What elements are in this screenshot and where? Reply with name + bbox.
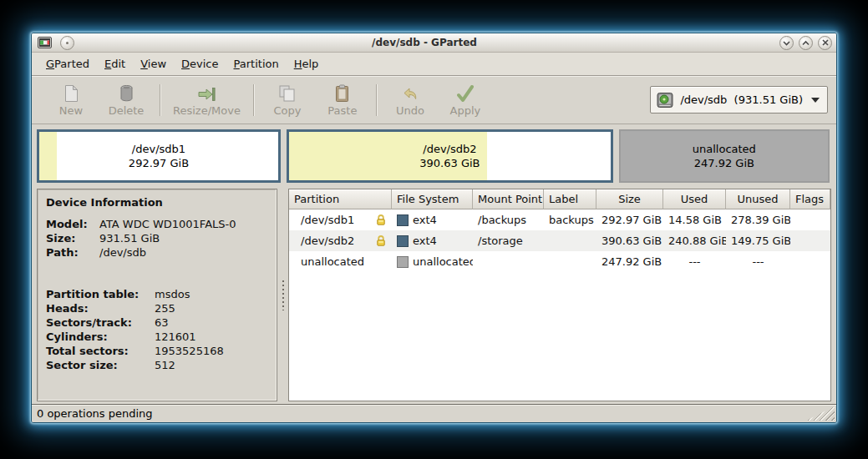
- row-label: backups: [544, 209, 596, 230]
- row-used: ---: [663, 251, 726, 272]
- header-used[interactable]: Used: [663, 189, 726, 209]
- menu-edit[interactable]: Edit: [97, 55, 133, 73]
- menu-device[interactable]: Device: [174, 55, 226, 73]
- header-flags[interactable]: Flags: [790, 189, 830, 209]
- heads-label: Heads:: [46, 301, 155, 315]
- menu-help[interactable]: Help: [287, 55, 327, 73]
- table-row-sdb1[interactable]: /dev/sdb1 ext4 /backups backups 292.97 G…: [289, 209, 830, 230]
- heads-value: 255: [155, 301, 268, 315]
- filesystem-color-swatch: [397, 214, 409, 226]
- copy-icon: [278, 83, 296, 103]
- main-area: Device Information Model: ATA WDC WD1001…: [32, 189, 836, 401]
- partition-size: 292.97 GiB: [129, 156, 189, 170]
- resize-arrow-icon: [197, 83, 216, 103]
- sector-size-value: 512: [155, 358, 268, 372]
- model-label: Model:: [46, 217, 99, 231]
- partition-size: 390.63 GiB: [419, 156, 480, 170]
- resize-move-button-label: Resize/Move: [173, 104, 241, 117]
- partition-name: unallocated: [693, 142, 756, 156]
- partition-visual-bar: /dev/sdb1 292.97 GiB /dev/sdb2 390.63 Gi…: [32, 124, 836, 189]
- delete-button[interactable]: Delete: [99, 81, 154, 119]
- minimize-button[interactable]: [779, 36, 794, 50]
- visual-partition-sdb2[interactable]: /dev/sdb2 390.63 GiB: [287, 129, 613, 183]
- panel-splitter[interactable]: [277, 189, 288, 401]
- menu-view[interactable]: View: [133, 55, 174, 73]
- paste-button-label: Paste: [327, 104, 357, 117]
- sectors-track-value: 63: [155, 315, 268, 330]
- window-title: /dev/sdb - GParted: [74, 37, 774, 48]
- cylinders-label: Cylinders:: [46, 330, 155, 344]
- undo-arrow-icon: [402, 83, 419, 103]
- row-used: 14.58 GiB: [663, 209, 726, 230]
- partition-table: Partition File System Mount Point Label …: [288, 189, 831, 401]
- header-size[interactable]: Size: [596, 189, 663, 209]
- copy-button[interactable]: Copy: [260, 81, 315, 119]
- header-file-system[interactable]: File System: [392, 189, 473, 209]
- window-resize-grip[interactable]: [806, 406, 835, 421]
- resize-move-button[interactable]: Resize/Move: [166, 81, 247, 119]
- new-button[interactable]: New: [43, 81, 99, 119]
- table-row-sdb2[interactable]: /dev/sdb2 ext4 /storage 390.63 GiB 240.8…: [289, 230, 830, 251]
- total-sectors-label: Total sectors:: [46, 344, 155, 358]
- row-mount-point: [473, 251, 544, 272]
- partition-name: /dev/sdb2: [423, 142, 476, 156]
- new-button-label: New: [59, 104, 83, 117]
- header-partition[interactable]: Partition: [289, 189, 392, 209]
- dropdown-caret-icon: [811, 98, 820, 103]
- toolbar-separator: [160, 84, 160, 116]
- row-mount-point: /storage: [473, 230, 544, 251]
- paste-button[interactable]: Paste: [315, 81, 370, 119]
- filesystem-color-swatch: [397, 256, 409, 268]
- header-mount-point[interactable]: Mount Point: [473, 189, 544, 209]
- lock-icon: [375, 235, 387, 247]
- trash-icon: [119, 83, 135, 103]
- partition-table-value: msdos: [155, 287, 268, 301]
- header-unused[interactable]: Unused: [726, 189, 790, 209]
- row-flags: [790, 230, 830, 251]
- row-size: 247.92 GiB: [596, 251, 663, 272]
- undo-button[interactable]: Undo: [383, 81, 438, 119]
- size-label: Size:: [46, 231, 99, 245]
- partition-table-label: Partition table:: [46, 287, 155, 301]
- row-partition-name: unallocated: [301, 255, 364, 268]
- row-size: 390.63 GiB: [596, 230, 663, 251]
- row-filesystem: ext4: [413, 214, 437, 226]
- toolbar-separator: [253, 84, 254, 116]
- operations-pending-status: 0 operations pending: [37, 407, 153, 420]
- apply-button-label: Apply: [450, 104, 481, 117]
- device-selector[interactable]: /dev/sdb (931.51 GiB): [650, 86, 828, 113]
- path-value: /dev/sdb: [99, 245, 268, 260]
- paste-clipboard-icon: [334, 83, 350, 103]
- menu-partition[interactable]: Partition: [226, 55, 287, 73]
- menu-gparted[interactable]: GParted: [38, 55, 97, 73]
- partition-size: 247.92 GiB: [694, 156, 754, 170]
- window-menu-button[interactable]: [60, 36, 74, 50]
- partition-table-header: Partition File System Mount Point Label …: [289, 189, 830, 209]
- cylinders-value: 121601: [155, 330, 268, 344]
- harddisk-icon: [656, 91, 674, 109]
- row-unused: 149.75 GiB: [726, 230, 790, 251]
- path-label: Path:: [46, 245, 99, 260]
- partition-name: /dev/sdb1: [132, 142, 185, 156]
- table-row-unallocated[interactable]: unallocated unallocated 247.92 GiB --- -…: [289, 251, 830, 272]
- device-information-title: Device Information: [46, 196, 268, 209]
- row-label: [544, 251, 596, 272]
- menu-bar: GPartedEditViewDevicePartitionHelp: [32, 53, 836, 76]
- close-button[interactable]: [818, 36, 832, 50]
- maximize-button[interactable]: [799, 36, 813, 50]
- visual-partition-unallocated[interactable]: unallocated 247.92 GiB: [619, 129, 830, 183]
- lock-icon: [375, 214, 387, 226]
- chevron-down-icon: [783, 40, 790, 46]
- splitter-grip-icon: [282, 280, 284, 310]
- partition-table-body: /dev/sdb1 ext4 /backups backups 292.97 G…: [289, 209, 830, 272]
- visual-partition-sdb1[interactable]: /dev/sdb1 292.97 GiB: [37, 129, 281, 183]
- row-mount-point: /backups: [473, 209, 544, 230]
- row-unused: 278.39 GiB: [726, 209, 790, 230]
- new-document-icon: [63, 83, 79, 103]
- status-bar: 0 operations pending: [32, 404, 836, 422]
- close-icon: [822, 39, 829, 46]
- row-flags: [790, 209, 830, 230]
- apply-button[interactable]: Apply: [438, 81, 493, 119]
- row-partition-name: /dev/sdb2: [301, 235, 354, 247]
- header-label[interactable]: Label: [544, 189, 596, 209]
